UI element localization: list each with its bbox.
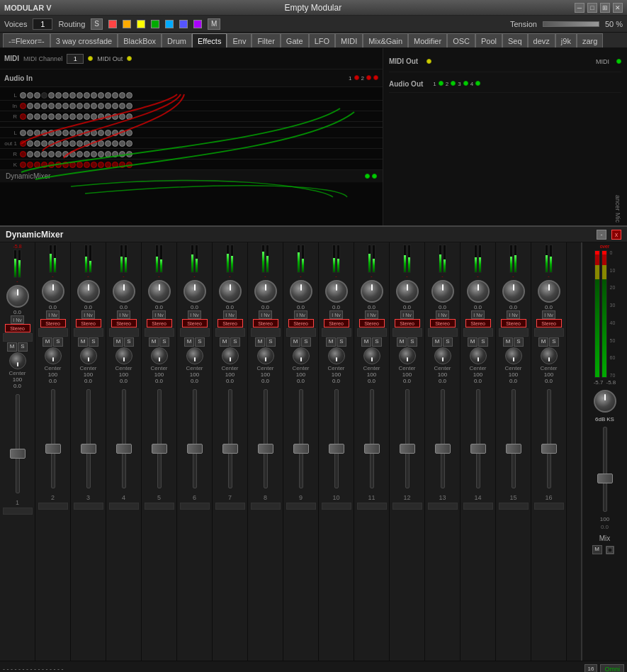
gain-knob-9[interactable]: [290, 280, 312, 303]
fader-thumb-11[interactable]: [364, 444, 380, 454]
stereo-btn-1[interactable]: Stereo: [5, 324, 30, 332]
pan-knob-7[interactable]: [222, 347, 239, 364]
master-page-icon[interactable]: [604, 545, 618, 554]
s-btn-8[interactable]: S: [266, 337, 276, 347]
stereo-btn-8[interactable]: Stereo: [253, 319, 278, 327]
pan-knob-13[interactable]: [434, 347, 451, 364]
cell-6[interactable]: [55, 92, 62, 99]
tab-drum[interactable]: Drum: [162, 33, 192, 47]
inv-btn-5[interactable]: I Nv: [152, 310, 165, 319]
s-btn-9[interactable]: S: [301, 337, 311, 347]
cell-16[interactable]: [126, 92, 132, 99]
pan-knob-9[interactable]: [293, 347, 310, 364]
mixer-close-button[interactable]: x: [611, 230, 621, 240]
gain-knob-8[interactable]: [254, 280, 277, 303]
tab-j9k[interactable]: j9k: [555, 33, 577, 47]
pan-knob-12[interactable]: [399, 347, 416, 364]
gain-knob-12[interactable]: [396, 280, 419, 303]
gain-knob-1[interactable]: [6, 285, 29, 308]
gain-knob-4[interactable]: [113, 280, 135, 303]
s-btn-12[interactable]: S: [407, 337, 417, 347]
fader-thumb-13[interactable]: [435, 444, 451, 454]
m-btn-11[interactable]: M: [361, 337, 371, 347]
minimize-button[interactable]: ─: [575, 3, 584, 13]
grid-button[interactable]: ⊞: [600, 3, 610, 13]
m-btn-6[interactable]: M: [184, 337, 194, 347]
fader-thumb-10[interactable]: [329, 444, 344, 454]
cell-9[interactable]: [77, 92, 83, 99]
inv-btn-8[interactable]: I Nv: [259, 310, 271, 319]
tab-mix&gain[interactable]: Mix&Gain: [363, 33, 408, 47]
tab-midi[interactable]: MIDI: [335, 33, 363, 47]
stereo-btn-6[interactable]: Stereo: [182, 319, 208, 327]
fader-thumb-3[interactable]: [81, 444, 96, 454]
inv-btn-14[interactable]: I Nv: [471, 310, 484, 319]
gain-knob-15[interactable]: [502, 280, 525, 303]
s-btn-13[interactable]: S: [443, 337, 453, 347]
gain-knob-3[interactable]: [77, 280, 100, 303]
s-btn-10[interactable]: S: [337, 337, 346, 347]
pan-knob-10[interactable]: [328, 347, 345, 364]
gain-knob-14[interactable]: [467, 280, 490, 303]
fader-thumb-7[interactable]: [222, 444, 238, 454]
num-16-badge[interactable]: 16: [584, 664, 598, 672]
inv-btn-13[interactable]: I Nv: [436, 310, 448, 319]
s-btn-15[interactable]: S: [514, 337, 524, 347]
fader-thumb-16[interactable]: [541, 444, 557, 454]
tab-3-way-crossfade[interactable]: 3 way crossfade: [50, 33, 118, 47]
inv-btn-2[interactable]: I Nv: [46, 310, 59, 319]
stereo-btn-10[interactable]: Stereo: [324, 319, 349, 327]
m-btn-1[interactable]: M: [7, 342, 17, 352]
tab--=flexor=-[interactable]: -=Flexor=-: [3, 33, 50, 47]
tab-effects[interactable]: Effects: [192, 33, 227, 47]
fader-thumb-5[interactable]: [152, 444, 167, 454]
gain-knob-10[interactable]: [325, 280, 348, 303]
stereo-btn-2[interactable]: Stereo: [40, 319, 66, 327]
fader-thumb-6[interactable]: [187, 444, 203, 454]
m-btn-3[interactable]: M: [78, 337, 88, 347]
restore-button[interactable]: □: [587, 3, 597, 13]
omni-button[interactable]: Omni: [600, 664, 624, 673]
m-btn-7[interactable]: M: [220, 337, 230, 347]
fader-thumb-2[interactable]: [45, 444, 61, 454]
s-btn-1[interactable]: S: [18, 342, 28, 352]
cell-1[interactable]: [20, 92, 26, 99]
inv-btn-3[interactable]: I Nv: [81, 310, 94, 319]
inv-btn-15[interactable]: I Nv: [507, 310, 519, 319]
inv-btn-11[interactable]: I Nv: [365, 310, 378, 319]
pan-knob-8[interactable]: [257, 347, 274, 364]
stereo-btn-14[interactable]: Stereo: [465, 319, 491, 327]
fader-thumb-8[interactable]: [258, 444, 273, 454]
s-btn-5[interactable]: S: [159, 337, 169, 347]
inv-btn-10[interactable]: I Nv: [329, 310, 342, 319]
s-btn-6[interactable]: S: [195, 337, 205, 347]
m-btn-16[interactable]: M: [538, 337, 548, 347]
tab-gate[interactable]: Gate: [281, 33, 309, 47]
m-btn-2[interactable]: M: [43, 337, 52, 347]
fader-thumb-1[interactable]: [10, 449, 26, 459]
m-button[interactable]: M: [208, 18, 220, 30]
tab-blackbox[interactable]: BlackBox: [118, 33, 162, 47]
cell-5[interactable]: [48, 92, 55, 99]
cell-14[interactable]: [112, 92, 118, 99]
pan-knob-11[interactable]: [363, 347, 380, 364]
voices-input[interactable]: [33, 18, 52, 30]
tab-env[interactable]: Env: [227, 33, 252, 47]
m-btn-10[interactable]: M: [326, 337, 336, 347]
gain-knob-7[interactable]: [219, 280, 242, 303]
cell-12[interactable]: [98, 92, 104, 99]
fader-thumb-9[interactable]: [293, 444, 309, 454]
cell-8[interactable]: [69, 92, 76, 99]
pan-knob-3[interactable]: [80, 347, 97, 364]
pan-knob-15[interactable]: [505, 347, 522, 364]
gain-knob-11[interactable]: [361, 280, 383, 303]
tab-lfo[interactable]: LFO: [309, 33, 335, 47]
pan-knob-2[interactable]: [45, 347, 62, 364]
tab-osc[interactable]: OSC: [447, 33, 475, 47]
s-btn-2[interactable]: S: [53, 337, 63, 347]
pan-knob-14[interactable]: [470, 347, 487, 364]
m-btn-8[interactable]: M: [255, 337, 265, 347]
gain-knob-16[interactable]: [538, 280, 560, 303]
inv-btn-6[interactable]: I Nv: [188, 310, 200, 319]
m-btn-5[interactable]: M: [149, 337, 159, 347]
